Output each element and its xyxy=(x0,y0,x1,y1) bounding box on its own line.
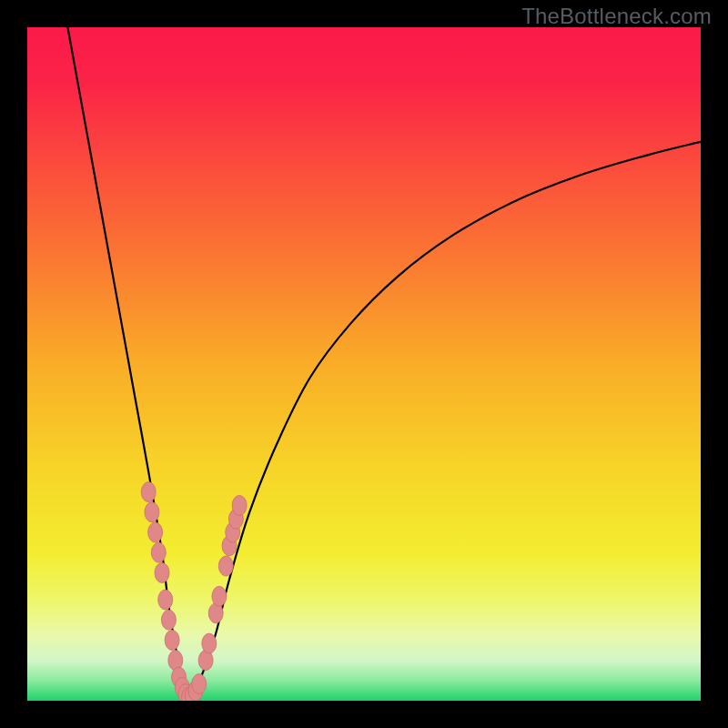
chart-svg xyxy=(27,27,701,701)
chart-container: TheBottleneck.com xyxy=(0,0,728,728)
data-marker xyxy=(151,542,166,562)
data-marker xyxy=(192,674,207,694)
data-marker xyxy=(161,610,176,630)
data-marker xyxy=(232,495,247,515)
watermark-text: TheBottleneck.com xyxy=(521,4,712,29)
data-marker xyxy=(148,522,163,542)
data-marker xyxy=(212,586,227,606)
data-marker xyxy=(145,502,159,522)
data-marker xyxy=(165,630,179,650)
data-marker xyxy=(218,556,233,576)
data-marker xyxy=(155,562,169,582)
plot-area xyxy=(27,27,701,701)
data-marker xyxy=(158,590,173,610)
data-marker xyxy=(141,482,156,502)
data-marker xyxy=(202,633,217,653)
